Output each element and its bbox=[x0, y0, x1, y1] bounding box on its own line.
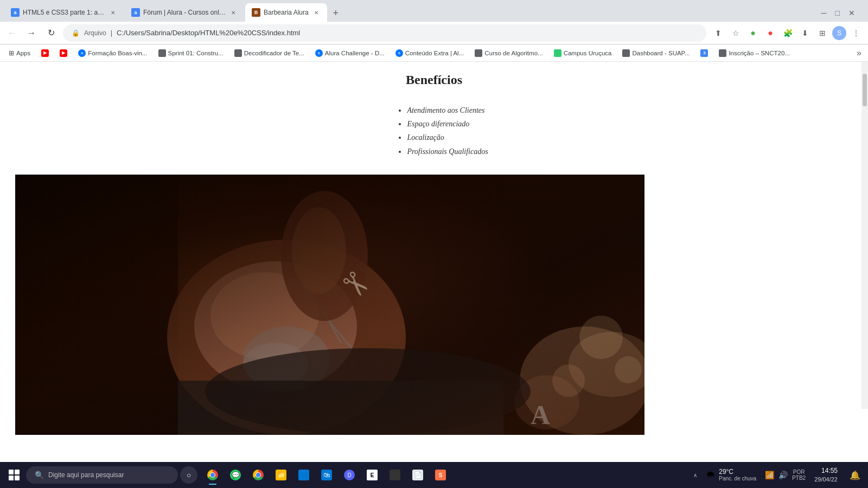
scrollbar-track bbox=[861, 62, 868, 409]
extensions-button[interactable]: 🧩 bbox=[780, 25, 795, 41]
language-region: PTB2 bbox=[792, 475, 806, 481]
clock-date: 29/04/22 bbox=[814, 476, 838, 483]
taskbar-file-explorer[interactable]: 📁 bbox=[270, 464, 292, 486]
bookmark-button[interactable]: ☆ bbox=[728, 25, 743, 41]
maximize-button[interactable]: □ bbox=[833, 7, 842, 20]
extension-icon-1[interactable]: ● bbox=[745, 25, 761, 41]
volume-icon[interactable]: 🔊 bbox=[778, 471, 788, 479]
windows-logo-icon bbox=[9, 470, 20, 480]
protocol-text: Arquivo bbox=[84, 29, 106, 37]
bookmark-campus-label: Campus Uruçuca bbox=[564, 50, 612, 56]
taskbar-discord[interactable]: D bbox=[339, 464, 360, 486]
taskbar-whatsapp[interactable]: 💬 bbox=[225, 464, 246, 486]
bookmark-conteudo-extra-label: Conteúdo Extra | Al... bbox=[405, 50, 464, 56]
tab-groups-button[interactable]: ⊞ bbox=[815, 25, 830, 41]
language-code: POR bbox=[793, 469, 805, 475]
taskbar-apps: 💬 📁 🛍 D E 📄 bbox=[202, 464, 451, 486]
tray-expand-button[interactable]: ∧ bbox=[693, 472, 697, 478]
tab-html5[interactable]: a HTML5 e CSS3 parte 1: a primei... ✕ bbox=[4, 3, 124, 22]
bookmark-decodificador[interactable]: Decodificador de Te... bbox=[230, 46, 309, 60]
refresh-button[interactable]: ↻ bbox=[43, 25, 59, 41]
benefit-1: Atendimento aos Clientes bbox=[407, 104, 488, 117]
tab-close-barbearia[interactable]: ✕ bbox=[312, 8, 321, 17]
files-icon: 📄 bbox=[412, 470, 423, 480]
start-button[interactable] bbox=[4, 465, 24, 485]
benefit-3: Localização bbox=[407, 131, 488, 144]
address-field[interactable]: 🔒 Arquivo | C:/Users/Sabrina/Desktop/HTM… bbox=[63, 24, 706, 42]
tab-close-html5[interactable]: ✕ bbox=[108, 8, 117, 17]
downloads-button[interactable]: ⬇ bbox=[797, 25, 813, 41]
network-icon[interactable]: 📶 bbox=[765, 471, 774, 479]
bookmark-algoritmo-label: Curso de Algoritmo... bbox=[484, 50, 542, 56]
bookmark-youtube-1[interactable]: ▶ bbox=[37, 46, 53, 60]
tab-title-html5: HTML5 e CSS3 parte 1: a primei... bbox=[23, 9, 105, 16]
taskbar-files[interactable]: 📄 bbox=[407, 464, 429, 486]
taskbar-chrome[interactable] bbox=[202, 464, 224, 486]
tab-bar: a HTML5 e CSS3 parte 1: a primei... ✕ a … bbox=[0, 0, 868, 22]
bookmark-formacao[interactable]: a Formação Boas-vin... bbox=[74, 46, 151, 60]
taskbar-epic[interactable]: E bbox=[361, 464, 383, 486]
sublime-icon: S bbox=[435, 470, 446, 480]
window-controls: ─ □ ✕ bbox=[813, 7, 864, 20]
beneficios-title: Benefícios bbox=[11, 73, 857, 87]
forward-button[interactable]: → bbox=[24, 25, 39, 41]
barber-image: A bbox=[15, 175, 644, 435]
tab-forum[interactable]: a Fórum | Alura - Cursos online de... ✕ bbox=[125, 3, 244, 22]
webpage: Benefícios Atendimento aos Clientes Espa… bbox=[0, 62, 868, 488]
bookmark-sprint[interactable]: Sprint 01: Constru... bbox=[154, 46, 228, 60]
weather-widget[interactable]: 🌧 29°C Panc. de chuva bbox=[701, 468, 761, 482]
app-blue-icon bbox=[298, 470, 309, 480]
toolbar-right: ⬆ ☆ ● ● 🧩 ⬇ ⊞ S ⋮ bbox=[711, 25, 864, 41]
weather-icon: 🌧 bbox=[706, 469, 716, 480]
beneficios-list: Atendimento aos Clientes Espaço diferenc… bbox=[396, 104, 488, 158]
bookmarks-more-button[interactable]: » bbox=[854, 48, 864, 58]
page-content: Benefícios Atendimento aos Clientes Espa… bbox=[0, 62, 868, 488]
new-tab-button[interactable]: + bbox=[328, 5, 343, 21]
address-separator: | bbox=[111, 29, 112, 37]
bookmark-formacao-label: Formação Boas-vin... bbox=[88, 50, 147, 56]
svg-point-23 bbox=[552, 364, 585, 397]
weather-temperature: 29°C bbox=[719, 468, 733, 476]
bookmark-numbered[interactable]: 3 bbox=[696, 46, 712, 60]
taskbar-app-dark[interactable] bbox=[384, 464, 406, 486]
bookmark-dashboard[interactable]: Dashboard - SUAP... bbox=[618, 46, 694, 60]
bookmark-algoritmo[interactable]: Curso de Algoritmo... bbox=[470, 46, 547, 60]
weather-info: 29°C Panc. de chuva bbox=[719, 468, 756, 482]
bookmark-conteudo-extra[interactable]: a Conteúdo Extra | Al... bbox=[391, 46, 468, 60]
minimize-button[interactable]: ─ bbox=[819, 7, 829, 20]
bookmarks-bar: ⊞ Apps ▶ ▶ a Formação Boas-vin... Sprint… bbox=[0, 44, 868, 62]
close-button[interactable]: ✕ bbox=[846, 7, 857, 20]
protocol-label: 🔒 bbox=[72, 29, 80, 37]
back-button[interactable]: ← bbox=[4, 25, 20, 41]
bookmark-inscricao-label: Inscrição – SNCT20... bbox=[729, 50, 789, 56]
notification-button[interactable]: 🔔 bbox=[846, 466, 864, 484]
taskbar-app-blue[interactable] bbox=[293, 464, 315, 486]
bookmark-decodificador-label: Decodificador de Te... bbox=[244, 50, 304, 56]
svg-point-21 bbox=[579, 316, 623, 359]
menu-button[interactable]: ⋮ bbox=[848, 25, 864, 41]
bookmark-apps[interactable]: ⊞ Apps bbox=[4, 46, 35, 60]
bookmark-inscricao[interactable]: Inscrição – SNCT20... bbox=[714, 46, 794, 60]
extension-icon-2[interactable]: ● bbox=[763, 25, 778, 41]
clock-widget[interactable]: 14:55 29/04/22 bbox=[810, 467, 842, 483]
language-indicator[interactable]: POR PTB2 bbox=[792, 469, 806, 481]
scrollbar-thumb[interactable] bbox=[863, 74, 867, 106]
taskbar-chrome-2[interactable] bbox=[247, 464, 269, 486]
benefit-2: Espaço diferenciado bbox=[407, 117, 488, 131]
taskbar-sublime[interactable]: S bbox=[430, 464, 451, 486]
tab-barbearia[interactable]: B Barbearia Alura ✕ bbox=[245, 3, 327, 22]
taskbar-store[interactable]: 🛍 bbox=[316, 464, 337, 486]
taskbar-search-text: Digite aqui para pesquisar bbox=[48, 471, 124, 479]
chrome-icon bbox=[207, 470, 218, 480]
cortana-button[interactable]: ○ bbox=[180, 466, 197, 484]
bookmark-dashboard-label: Dashboard - SUAP... bbox=[632, 50, 690, 56]
bookmark-alura-challenge[interactable]: a Alura Challenge - D... bbox=[311, 46, 389, 60]
share-button[interactable]: ⬆ bbox=[711, 25, 726, 41]
taskbar-search-bar[interactable]: 🔍 Digite aqui para pesquisar bbox=[26, 466, 178, 484]
whatsapp-icon: 💬 bbox=[230, 470, 241, 480]
profile-button[interactable]: S bbox=[832, 26, 846, 40]
bookmark-campus[interactable]: Campus Uruçuca bbox=[550, 46, 616, 60]
tab-close-forum[interactable]: ✕ bbox=[229, 8, 238, 17]
address-url: C:/Users/Sabrina/Desktop/HTML%20e%20CSS/… bbox=[117, 29, 698, 37]
bookmark-youtube-2[interactable]: ▶ bbox=[55, 46, 72, 60]
